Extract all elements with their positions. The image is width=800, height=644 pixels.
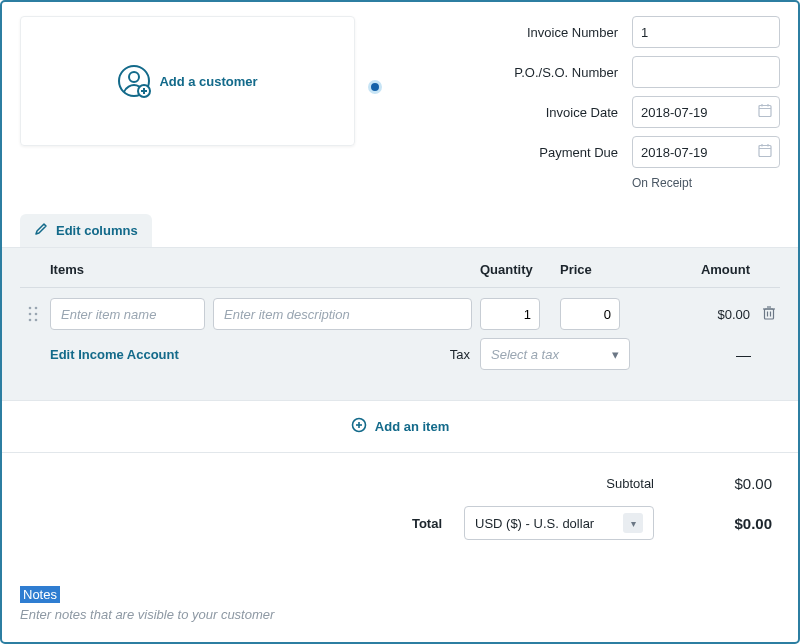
svg-point-14 [35,307,38,310]
poso-label: P.O./S.O. Number [514,65,618,80]
add-person-icon [117,64,151,98]
add-item-button[interactable]: Add an item [351,417,449,436]
tax-placeholder: Select a tax [491,347,559,362]
line-items-header: Items Quantity Price Amount [20,248,780,288]
chevron-down-icon: ▾ [623,513,643,533]
line-items-panel: Items Quantity Price Amount $0.00 Edit I… [2,247,798,401]
selection-indicator [368,80,382,94]
chevron-down-icon: ▾ [612,347,619,362]
currency-value: USD ($) - U.S. dollar [475,516,594,531]
header-quantity: Quantity [480,262,550,277]
svg-point-17 [29,319,32,322]
on-receipt-text: On Receipt [632,176,780,190]
add-customer-label: Add a customer [159,74,257,89]
notes-section: Notes Enter notes that are visible to yo… [20,586,780,622]
add-item-label: Add an item [375,419,449,434]
line-item-row: $0.00 [20,288,780,336]
header-price: Price [560,262,630,277]
svg-point-15 [29,313,32,316]
svg-point-18 [35,319,38,322]
drag-handle-icon[interactable] [24,306,42,322]
payment-due-label: Payment Due [539,145,618,160]
svg-rect-19 [765,309,774,319]
header-row: Add a customer Invoice Number P.O./S.O. … [20,16,780,190]
header-items: Items [42,262,480,277]
subtotal-label: Subtotal [374,476,654,491]
tax-select[interactable]: Select a tax ▾ [480,338,630,370]
item-name-input[interactable] [50,298,205,330]
tax-amount-empty: — [736,346,750,363]
notes-heading: Notes [20,586,60,603]
svg-point-16 [35,313,38,316]
invoice-form: Add a customer Invoice Number P.O./S.O. … [0,0,800,644]
tax-label: Tax [450,347,470,362]
notes-input[interactable]: Enter notes that are visible to your cus… [20,607,780,622]
svg-point-1 [129,72,139,82]
edit-columns-button[interactable]: Edit columns [20,214,152,247]
add-item-row: Add an item [2,401,798,453]
pencil-icon [34,222,48,239]
svg-point-13 [29,307,32,310]
header-amount: Amount [630,262,750,277]
invoice-meta: Invoice Number P.O./S.O. Number Invoice … [514,16,780,190]
currency-select[interactable]: USD ($) - U.S. dollar ▾ [464,506,654,540]
invoice-date-label: Invoice Date [546,105,618,120]
item-description-input[interactable] [213,298,472,330]
total-label: Total [412,516,442,531]
invoice-number-input[interactable] [632,16,780,48]
price-input[interactable] [560,298,620,330]
payment-due-input[interactable] [632,136,780,168]
poso-input[interactable] [632,56,780,88]
line-amount: $0.00 [630,307,750,322]
invoice-number-label: Invoice Number [527,25,618,40]
total-value: $0.00 [672,515,772,532]
quantity-input[interactable] [480,298,540,330]
edit-income-account-link[interactable]: Edit Income Account [24,347,450,362]
plus-circle-icon [351,417,367,436]
edit-columns-label: Edit columns [56,223,138,238]
delete-line-button[interactable] [750,305,776,324]
invoice-date-input[interactable] [632,96,780,128]
subtotal-value: $0.00 [672,475,772,492]
add-customer-button[interactable]: Add a customer [20,16,355,146]
totals-section: Subtotal $0.00 Total USD ($) - U.S. doll… [20,453,780,540]
line-item-subrow: Edit Income Account Tax Select a tax ▾ — [20,336,780,382]
